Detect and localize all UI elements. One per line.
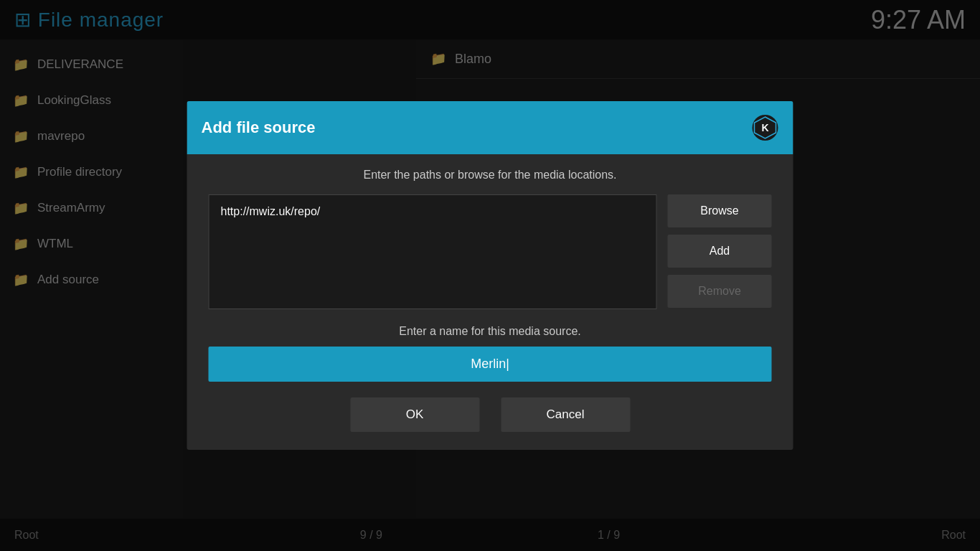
svg-text:K: K	[761, 122, 768, 133]
add-file-source-dialog: Add file source K Enter the paths or bro…	[187, 101, 793, 450]
add-button[interactable]: Add	[668, 235, 772, 268]
dialog-header: Add file source K	[187, 101, 793, 154]
dialog-path-instruction: Enter the paths or browse for the media …	[209, 169, 772, 182]
path-buttons: Browse Add Remove	[668, 194, 772, 309]
remove-button[interactable]: Remove	[668, 275, 772, 308]
name-instruction: Enter a name for this media source.	[209, 325, 772, 338]
path-section: http://mwiz.uk/repo/ Browse Add Remove	[209, 194, 772, 309]
kodi-logo: K	[752, 114, 779, 141]
media-source-name-input[interactable]	[209, 347, 772, 382]
cancel-button[interactable]: Cancel	[501, 397, 630, 432]
browse-button[interactable]: Browse	[668, 194, 772, 227]
dialog-actions: OK Cancel	[209, 397, 772, 432]
dialog-body: Enter the paths or browse for the media …	[187, 154, 793, 450]
path-input[interactable]: http://mwiz.uk/repo/	[209, 194, 657, 309]
dialog-title: Add file source	[202, 118, 316, 137]
ok-button[interactable]: OK	[350, 397, 479, 432]
